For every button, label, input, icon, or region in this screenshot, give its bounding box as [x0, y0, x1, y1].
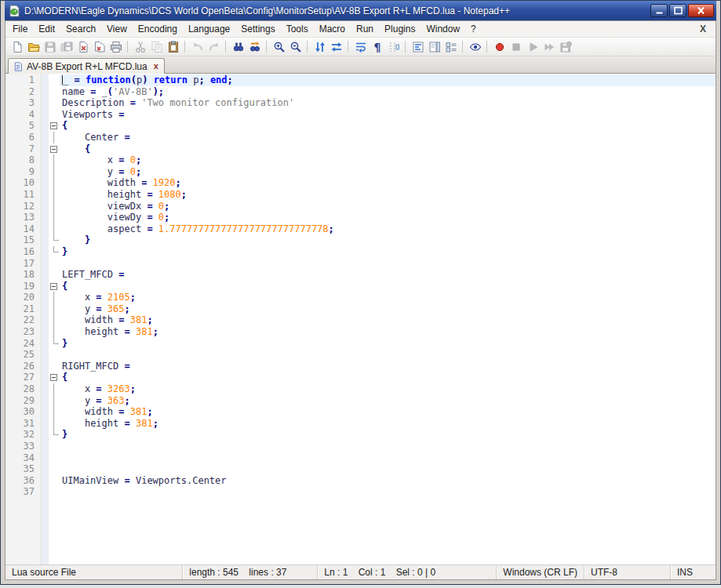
fold-toggle-icon[interactable]: [49, 143, 60, 155]
code-text[interactable]: name = _('AV-8B');: [60, 86, 716, 98]
line-number[interactable]: 37: [5, 486, 42, 498]
bookmark-margin[interactable]: [42, 223, 49, 235]
code-line-12[interactable]: 12 viewDx = 0;: [5, 201, 716, 212]
line-number[interactable]: 24: [5, 338, 42, 350]
code-text[interactable]: [60, 463, 716, 475]
line-number[interactable]: 27: [5, 372, 42, 383]
sync-vertical-icon[interactable]: [311, 39, 327, 55]
code-text[interactable]: x = 0;: [60, 154, 716, 166]
code-text[interactable]: viewDx = 0;: [60, 201, 716, 212]
line-number[interactable]: 28: [5, 383, 42, 395]
code-line-19[interactable]: 19{: [5, 281, 716, 292]
code-text[interactable]: }: [60, 246, 716, 258]
menu-item-help[interactable]: ?: [465, 22, 482, 36]
code-text[interactable]: {: [60, 281, 716, 292]
code-text[interactable]: Viewports =: [60, 109, 716, 121]
code-text[interactable]: {: [60, 372, 716, 383]
line-number[interactable]: 8: [5, 154, 42, 166]
code-text[interactable]: UIMainView = Viewports.Center: [60, 475, 716, 487]
line-number[interactable]: 36: [5, 475, 42, 487]
code-line-5[interactable]: 5{: [5, 120, 716, 132]
code-text[interactable]: Center =: [60, 132, 716, 143]
code-line-9[interactable]: 9 y = 0;: [5, 166, 716, 178]
bookmark-margin[interactable]: [42, 86, 49, 98]
code-line-15[interactable]: 15 }: [5, 234, 716, 246]
code-text[interactable]: [60, 258, 716, 270]
code-line-13[interactable]: 13 viewDy = 0;: [5, 212, 716, 223]
line-number[interactable]: 10: [5, 177, 42, 189]
zoom-out-icon[interactable]: [287, 39, 303, 55]
menu-item-tools[interactable]: Tools: [281, 22, 314, 36]
line-number[interactable]: 12: [5, 201, 42, 212]
line-number[interactable]: 23: [5, 326, 42, 338]
bookmark-margin[interactable]: [42, 326, 49, 338]
code-line-23[interactable]: 23 height = 381;: [5, 326, 716, 338]
editor[interactable]: 1_ = function(p) return p; end;2name = _…: [5, 74, 716, 564]
line-number[interactable]: 18: [5, 269, 42, 281]
bookmark-margin[interactable]: [42, 463, 49, 475]
fold-toggle-icon[interactable]: [49, 281, 60, 292]
code-text[interactable]: width = 381;: [60, 314, 716, 326]
code-text[interactable]: height = 381;: [60, 418, 716, 430]
document-list-icon[interactable]: [442, 39, 458, 55]
code-line-32[interactable]: 32}: [5, 429, 716, 441]
line-number[interactable]: 6: [5, 132, 42, 143]
bookmark-margin[interactable]: [42, 177, 49, 189]
line-number[interactable]: 30: [5, 406, 42, 418]
bookmark-margin[interactable]: [42, 486, 49, 498]
close-all-icon[interactable]: [91, 39, 107, 55]
record-macro-icon[interactable]: [491, 39, 507, 55]
code-text[interactable]: aspect = 1.7777777777777777777777777778;: [60, 223, 716, 235]
line-number[interactable]: 32: [5, 429, 42, 441]
bookmark-margin[interactable]: [42, 109, 49, 121]
bookmark-margin[interactable]: [42, 383, 49, 395]
code-text[interactable]: }: [60, 338, 716, 350]
replace-icon[interactable]: [246, 39, 262, 55]
code-line-37[interactable]: 37: [5, 486, 716, 498]
code-text[interactable]: [60, 452, 716, 464]
line-number[interactable]: 3: [5, 97, 42, 109]
code-text[interactable]: viewDy = 0;: [60, 212, 716, 223]
code-line-33[interactable]: 33: [5, 441, 716, 452]
bookmark-margin[interactable]: [42, 132, 49, 143]
bookmark-margin[interactable]: [42, 406, 49, 418]
code-line-18[interactable]: 18LEFT_MFCD =: [5, 269, 716, 281]
bookmark-margin[interactable]: [42, 246, 49, 258]
close-file-icon[interactable]: [75, 39, 90, 55]
line-number[interactable]: 15: [5, 234, 42, 246]
line-number[interactable]: 5: [5, 120, 42, 132]
paste-icon[interactable]: [165, 39, 180, 55]
fold-toggle-icon[interactable]: [49, 120, 60, 132]
line-number[interactable]: 21: [5, 303, 42, 315]
word-wrap-icon[interactable]: [352, 39, 368, 55]
bookmark-margin[interactable]: [42, 212, 49, 223]
indent-guide-icon[interactable]: [385, 39, 401, 55]
code-line-27[interactable]: 27{: [5, 372, 716, 383]
bookmark-margin[interactable]: [42, 234, 49, 246]
menu-item-macro[interactable]: Macro: [314, 22, 351, 36]
menu-close-document-button[interactable]: X: [697, 24, 709, 34]
code-line-22[interactable]: 22 width = 381;: [5, 314, 716, 326]
code-line-6[interactable]: 6 Center =: [5, 132, 716, 143]
minimize-button[interactable]: [650, 4, 668, 17]
bookmark-margin[interactable]: [42, 338, 49, 350]
code-text[interactable]: x = 2105;: [60, 292, 716, 303]
code-line-20[interactable]: 20 x = 2105;: [5, 292, 716, 303]
code-text[interactable]: }: [60, 234, 716, 246]
code-line-14[interactable]: 14 aspect = 1.77777777777777777777777777…: [5, 223, 716, 235]
line-number[interactable]: 29: [5, 395, 42, 407]
bookmark-margin[interactable]: [42, 349, 49, 361]
show-all-characters-icon[interactable]: ¶: [369, 39, 384, 55]
bookmark-margin[interactable]: [42, 441, 49, 452]
line-number[interactable]: 17: [5, 258, 42, 270]
code-text[interactable]: [60, 441, 716, 452]
line-number[interactable]: 4: [5, 109, 42, 121]
bookmark-margin[interactable]: [42, 120, 49, 132]
bookmark-margin[interactable]: [42, 154, 49, 166]
code-line-26[interactable]: 26RIGHT_MFCD =: [5, 361, 716, 372]
code-line-11[interactable]: 11 height = 1080;: [5, 189, 716, 201]
bookmark-margin[interactable]: [42, 395, 49, 407]
code-line-31[interactable]: 31 height = 381;: [5, 418, 716, 430]
line-number[interactable]: 34: [5, 452, 42, 464]
bookmark-margin[interactable]: [42, 361, 49, 372]
